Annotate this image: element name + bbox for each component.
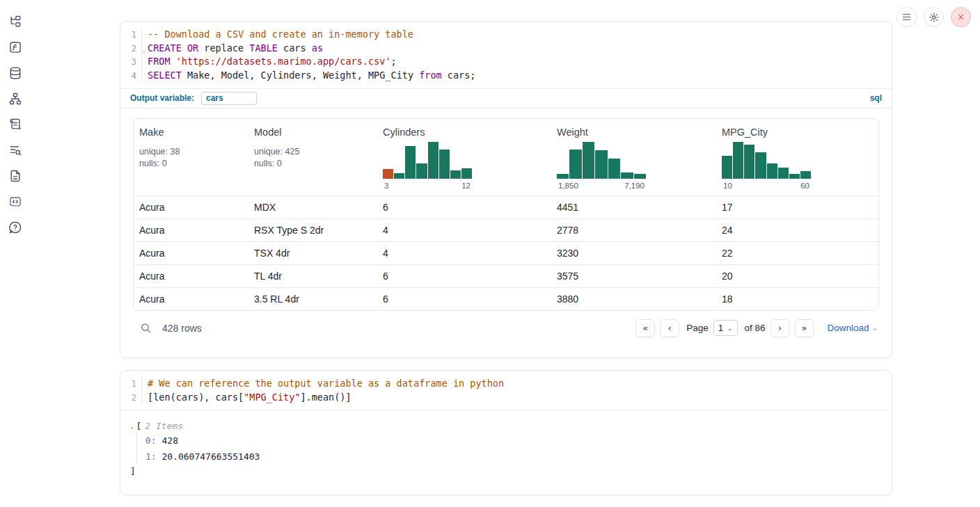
tree-entry-value: 20.060747663551403 [157,451,260,462]
line-number: 1 [120,377,141,391]
histogram-bar[interactable] [744,145,754,179]
histogram-bar[interactable] [722,156,732,179]
histogram-bar[interactable] [439,150,450,179]
table-cell: MDX [248,202,377,213]
tree-entry: 1: 20.060747663551403 [145,449,879,465]
histogram-bar[interactable] [583,142,594,179]
tree-entries: 0: 4281: 20.060747663551403 [136,433,879,465]
histogram-bar[interactable] [405,146,416,179]
prev-page-button[interactable]: ‹ [660,319,679,337]
line-number: 2⌄ [120,42,141,56]
table-cell: TL 4dr [248,271,377,282]
sql-language-badge[interactable]: sql [870,93,882,103]
table-cell: Acura [134,225,248,236]
histogram-bar[interactable] [461,168,472,179]
collapse-chevron-icon[interactable]: ⌄ [130,419,134,433]
search-icon[interactable] [140,322,152,335]
histogram-bar[interactable] [621,172,633,179]
column-header-model: Modelunique: 425nulls: 0 [248,119,377,195]
sql-output-region: Makeunique: 38nulls: 0Modelunique: 425nu… [120,108,892,348]
dependency-graph-icon[interactable] [8,91,23,106]
settings-button[interactable] [924,7,944,27]
help-icon[interactable] [8,220,23,235]
table-row[interactable]: AcuraMDX6445117 [134,195,878,218]
column-name[interactable]: Cylinders [383,127,546,138]
table-cell: RSX Type S 2dr [248,225,377,236]
histogram-bar[interactable] [383,169,393,179]
page-select[interactable]: 1 ⌄ [713,320,738,336]
histogram-bar[interactable] [569,150,581,179]
code-line[interactable]: 3FROM 'https://datasets.marimo.app/cars.… [120,55,892,69]
table-cell: Acura [134,293,248,305]
histogram-bar[interactable] [416,163,427,179]
shutdown-button[interactable] [951,7,971,27]
chevron-down-icon: ⌄ [872,324,878,332]
download-label: Download [828,323,869,333]
histogram-bar[interactable] [428,142,438,179]
column-histogram: 1060 [722,142,811,190]
documentation-icon[interactable] [8,168,23,184]
menu-button[interactable] [896,7,917,27]
histogram-bar[interactable] [789,174,800,179]
table-row[interactable]: AcuraTSX 4dr4323022 [134,241,878,264]
histogram-bar[interactable] [778,168,789,179]
gutter-separator [141,377,142,391]
column-name[interactable]: MPG_City [722,127,873,138]
code-line[interactable]: 2[len(cars), cars["MPG_City"].mean()] [120,391,892,405]
table-cell: 4 [377,248,551,259]
code-text: # We can reference the output variable a… [148,377,504,391]
first-page-button[interactable]: « [635,319,655,337]
code-text: CREATE OR replace TABLE cars as [148,42,323,56]
table-row[interactable]: AcuraRSX Type S 2dr4277824 [134,218,878,241]
histogram-bar[interactable] [755,152,766,179]
snippets-icon[interactable] [8,194,23,209]
table-cell: 4451 [551,202,716,213]
code-line[interactable]: 1-- Download a CSV and create an in-memo… [120,28,892,42]
download-button[interactable]: Download ⌄ [828,323,878,333]
histogram-bar[interactable] [634,174,646,179]
histogram-bar[interactable] [595,150,607,179]
code-line[interactable]: 2⌄CREATE OR replace TABLE cars as [120,42,892,56]
histogram-bar[interactable] [800,171,811,179]
file-explorer-icon[interactable] [8,14,23,29]
column-name[interactable]: Make [139,127,243,138]
data-sources-icon[interactable] [8,65,23,81]
column-name[interactable]: Weight [557,127,711,138]
histogram-bar[interactable] [733,142,743,179]
fold-chevron-icon[interactable]: ⌄ [142,44,145,58]
variables-icon[interactable] [8,40,23,55]
table-cell: 2778 [551,225,716,236]
histogram-bar[interactable] [450,170,461,179]
histogram-bar[interactable] [608,159,620,179]
histogram-bar[interactable] [394,173,404,179]
gutter-separator [141,391,142,405]
histogram-bar[interactable] [767,163,777,179]
open-bracket: [ [136,419,141,433]
code-line[interactable]: 4SELECT Make, Model, Cylinders, Weight, … [120,69,892,83]
table-row[interactable]: Acura3.5 RL 4dr6388018 [134,287,878,310]
items-count-label: 2 Items [145,419,183,433]
sql-toolbar: Output variable: sql [120,89,892,108]
code-text: -- Download a CSV and create an in-memor… [148,28,413,42]
histogram-range-labels: 312 [383,182,472,190]
code-text: SELECT Make, Model, Cylinders, Weight, M… [148,69,475,83]
next-page-button[interactable]: › [770,319,790,337]
table-cell: TSX 4dr [248,248,377,259]
line-number: 1 [120,28,141,42]
close-bracket: ] [130,465,879,478]
logs-icon[interactable] [8,143,23,158]
python-code-editor[interactable]: 1# We can reference the output variable … [120,371,892,410]
histogram-bar[interactable] [557,174,569,179]
code-line[interactable]: 1# We can reference the output variable … [120,377,892,391]
tree-entry: 0: 428 [145,433,879,449]
scratchpad-icon[interactable] [8,117,23,132]
gutter-separator [141,69,142,83]
last-page-button[interactable]: » [795,319,814,337]
histogram-range-labels: 1,8507,190 [557,182,646,190]
sql-code-editor[interactable]: 1-- Download a CSV and create an in-memo… [120,22,892,88]
output-variable-input[interactable] [201,92,257,105]
output-variable-label: Output variable: [130,93,194,103]
table-row[interactable]: AcuraTL 4dr6357520 [134,264,878,287]
code-text: FROM 'https://datasets.marimo.app/cars.c… [148,55,397,69]
column-name[interactable]: Model [254,127,372,138]
